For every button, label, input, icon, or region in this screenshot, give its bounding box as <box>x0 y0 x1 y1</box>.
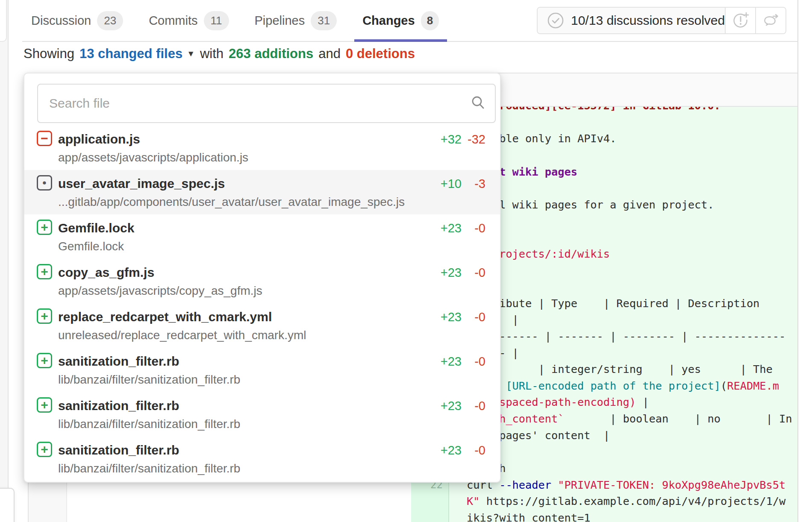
code-segment: | <box>636 396 649 408</box>
file-deletions: -32 <box>468 132 485 147</box>
file-path: app/assets/javascripts/copy_as_gfm.js <box>58 284 262 298</box>
changed-files-dropdown: − application.js app/assets/javascripts/… <box>24 73 501 483</box>
file-additions: +23 <box>441 310 462 324</box>
summary-and-word: and <box>318 46 341 62</box>
file-row[interactable]: ● user_avatar_image_spec.js ...gitlab/ap… <box>24 170 500 214</box>
file-row[interactable]: + sanitization_filter.rb lib/banzai/filt… <box>24 437 500 481</box>
jump-to-next-discussion-icon <box>762 11 780 30</box>
tab-pipelines-label: Pipelines <box>255 14 305 28</box>
file-additions: +23 <box>441 266 462 280</box>
file-added-icon: + <box>37 353 52 368</box>
search-icon <box>470 95 486 111</box>
file-search <box>37 84 496 123</box>
file-deletions: -3 <box>474 177 485 191</box>
code-segment: l wiki pages for a given project. <box>467 199 714 211</box>
file-row[interactable]: + replace_redcarpet_with_cmark.yml unrel… <box>24 303 500 348</box>
tab-discussion[interactable]: Discussion 23 <box>25 0 129 41</box>
summary-prefix: Showing <box>24 46 74 62</box>
diff-added-line: curl --header "PRIVATE-TOKEN: 9koXpg98eA… <box>467 477 786 493</box>
file-row[interactable]: + sanitization_filter.rb lib/banzai/filt… <box>24 348 500 392</box>
diff-added-line: ikis?with_content=1 <box>467 510 590 522</box>
file-row[interactable]: + sanitization_filter.rb lib/banzai/filt… <box>24 392 500 437</box>
changes-summary-row: Showing 13 changed files ▼ with 263 addi… <box>24 44 415 64</box>
tab-changes-label: Changes <box>362 14 415 28</box>
summary-deletions: 0 deletions <box>346 46 415 62</box>
file-name: application.js <box>58 131 140 148</box>
file-path: lib/banzai/filter/sanitization_filter.rb <box>58 461 240 476</box>
file-added-icon: + <box>37 264 52 279</box>
offscreen-button-bottom-left <box>0 488 15 522</box>
file-name: Gemfile.lock <box>58 220 134 237</box>
window-left-edge-strip <box>0 0 9 522</box>
tab-changes[interactable]: Changes 8 <box>356 0 445 41</box>
tab-pipelines-count-badge: 31 <box>311 11 337 30</box>
tab-changes-count-badge: 8 <box>421 11 439 30</box>
code-segment: [URL-encoded path of the project] <box>506 380 721 392</box>
discussions-resolved-status: 10/13 discussions resolved <box>538 8 726 33</box>
search-file-input[interactable] <box>37 84 496 123</box>
file-added-icon: + <box>37 442 52 457</box>
tab-pipelines[interactable]: Pipelines 31 <box>248 0 344 41</box>
file-additions: +23 <box>441 221 462 235</box>
file-added-icon: + <box>37 220 52 235</box>
file-modified-icon: − <box>37 131 52 146</box>
file-renamed-icon: ● <box>37 175 52 191</box>
changed-files-dropdown-toggle[interactable]: 13 changed files <box>79 46 182 62</box>
summary-with-word: with <box>200 46 224 62</box>
chevron-down-icon: ▼ <box>187 49 195 59</box>
diff-added-line: roduced][ce-13372] in GitLab 10.0. <box>467 107 721 114</box>
file-deletions: -0 <box>474 221 485 235</box>
file-additions: +23 <box>441 355 462 369</box>
file-name: copy_as_gfm.js <box>58 264 154 281</box>
discussions-actions-group: 10/13 discussions resolved <box>537 7 786 34</box>
file-path: lib/banzai/filter/sanitization_filter.rb <box>58 372 240 387</box>
code-segment: ikis?with_content=1 <box>467 512 590 522</box>
summary-additions: 263 additions <box>229 46 313 62</box>
file-name: replace_redcarpet_with_cmark.yml <box>58 308 272 326</box>
file-list: − application.js app/assets/javascripts/… <box>24 126 500 481</box>
code-segment: | boolean | no | In <box>564 413 792 425</box>
code-segment: https://gitlab.example.com/api/v4/projec… <box>480 495 786 507</box>
diff-added-line: l wiki pages for a given project. <box>467 196 714 213</box>
code-segment: ibute | Type | Required | Description <box>467 297 759 310</box>
code-segment: ( <box>721 380 727 392</box>
file-row[interactable]: + copy_as_gfm.js app/assets/javascripts/… <box>24 259 500 303</box>
tab-commits[interactable]: Commits 11 <box>142 0 235 41</box>
diff-added-line: | integer/string | yes | The <box>467 361 773 378</box>
code-segment: K" <box>467 495 480 507</box>
tab-discussion-count-badge: 23 <box>97 11 123 30</box>
file-deletions: -0 <box>474 355 485 369</box>
diff-added-line: h_content` | boolean | no | In <box>467 411 792 427</box>
jump-to-next-discussion-button[interactable] <box>756 8 786 33</box>
check-circle-icon <box>547 12 564 29</box>
file-added-icon: + <box>37 397 52 413</box>
file-additions: +32 <box>441 132 462 147</box>
code-segment: spaced-path-encoding) <box>499 396 636 408</box>
code-segment: "PRIVATE-TOKEN: 9koXpg98eAheJpvBs5t <box>558 479 786 491</box>
file-row[interactable]: + Gemfile.lock Gemfile.lock +23 -0 <box>24 214 500 259</box>
code-segment: ------ | ------- | -------- | ----------… <box>467 330 786 343</box>
code-segment: README.m <box>727 380 779 392</box>
file-path: ...gitlab/app/components/user_avatar/use… <box>58 195 405 209</box>
file-added-icon: + <box>37 308 52 324</box>
file-name: sanitization_filter.rb <box>58 397 179 414</box>
code-segment <box>551 479 558 491</box>
file-deletions: -0 <box>474 266 485 280</box>
code-segment: | integer/string | yes | The <box>467 363 773 375</box>
file-additions: +23 <box>441 399 462 413</box>
offscreen-panel-top-left <box>0 0 7 42</box>
code-segment: --header <box>499 479 551 491</box>
resolve-with-new-issue-button[interactable] <box>726 8 756 33</box>
file-name: sanitization_filter.rb <box>58 442 179 459</box>
file-additions: +23 <box>441 443 462 457</box>
discussions-resolved-label: 10/13 discussions resolved <box>571 13 725 28</box>
tab-discussion-label: Discussion <box>31 14 91 28</box>
file-deletions: -0 <box>474 399 485 413</box>
new-issue-from-discussions-icon <box>731 11 750 30</box>
file-path: app/assets/javascripts/application.js <box>58 150 248 165</box>
diff-added-line: K" https://gitlab.example.com/api/v4/pro… <box>467 493 786 510</box>
code-segment: h_content` <box>499 413 564 425</box>
file-row[interactable]: − application.js app/assets/javascripts/… <box>24 126 500 170</box>
file-additions: +10 <box>441 177 462 191</box>
diff-added-line: ------ | ------- | -------- | ----------… <box>467 328 786 345</box>
